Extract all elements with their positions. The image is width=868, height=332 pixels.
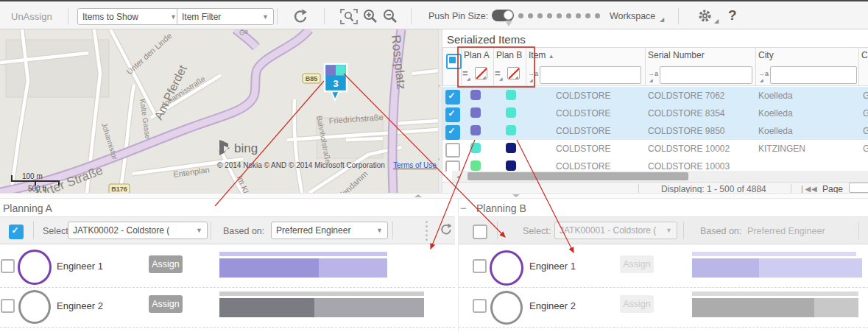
filter-text-icon[interactable]: →a: [758, 70, 769, 77]
terms-of-use-link[interactable]: Terms of Use: [393, 161, 437, 169]
collapse-icon[interactable]: −: [460, 202, 467, 214]
basedon-value: Preferred Engineer: [276, 225, 350, 236]
items-to-show-dropdown[interactable]: Items to Show▼: [77, 8, 182, 25]
row-checkbox[interactable]: [445, 160, 460, 172]
table-row[interactable]: COLDSTORE COLDSTORE 10003: [442, 158, 868, 172]
table-row[interactable]: COLDSTORE COLDSTORE 10002 KITZINGEN G: [442, 140, 868, 158]
chevron-up-icon[interactable]: [414, 194, 422, 197]
row-checkbox[interactable]: [445, 107, 460, 122]
serial-filter-input[interactable]: [660, 66, 752, 84]
first-page-icon[interactable]: ❘◀: [799, 185, 811, 193]
panel-splitter[interactable]: [0, 193, 868, 199]
chevron-left-icon[interactable]: ‹: [438, 156, 440, 163]
map-panel[interactable]: Ge Unter den Linde Am Pferdet Johannisst…: [0, 29, 438, 193]
assign-button[interactable]: Assign: [149, 295, 183, 313]
gantt-bar-segment[interactable]: [692, 258, 759, 278]
scroll-left-arrow[interactable]: ◂: [456, 173, 460, 180]
refresh-icon[interactable]: [439, 222, 454, 237]
chevron-right-icon[interactable]: ›: [438, 82, 440, 89]
slider-dot[interactable]: [585, 13, 590, 18]
gantt-bar-segment[interactable]: [814, 298, 858, 317]
scrollbar-thumb[interactable]: [467, 172, 688, 180]
engineer-avatar[interactable]: [490, 250, 523, 286]
page-number-input[interactable]: [849, 183, 868, 193]
gantt-bar-segment[interactable]: [314, 298, 424, 317]
gantt-bar-segment[interactable]: [319, 258, 387, 278]
drag-handle[interactable]: [426, 225, 428, 227]
bing-map: Ge Unter den Linde Am Pferdet Johannisst…: [0, 29, 438, 193]
column-header-item[interactable]: Item ▲: [529, 50, 554, 60]
zoom-out-icon[interactable]: [382, 8, 399, 25]
slider-dot[interactable]: [528, 13, 533, 18]
chevron-down-icon: ▼: [196, 227, 202, 234]
prev-page-icon[interactable]: ◀: [811, 185, 817, 193]
column-header-serial[interactable]: Serial Number: [648, 50, 705, 60]
table-h-scrollbar[interactable]: ◂: [452, 171, 868, 182]
engineer-avatar[interactable]: [18, 250, 52, 285]
planning-a-select-dropdown[interactable]: JATK00002 - Coldstore (▼: [68, 222, 208, 239]
column-header-plan-a[interactable]: Plan A: [464, 50, 490, 60]
cell-city: Koelleda: [758, 91, 793, 101]
assign-button[interactable]: Assign: [149, 255, 183, 273]
gantt-bar-segment[interactable]: [219, 298, 314, 317]
slider-dot[interactable]: [537, 13, 543, 18]
planning-b-panel: − Planning B Select: JATK00001 - Coldsto…: [458, 199, 868, 332]
table-row[interactable]: COLDSTORE COLDSTORE 8354 Koelleda G: [442, 105, 868, 123]
slider-dot[interactable]: [547, 13, 552, 18]
drag-handle[interactable]: [426, 221, 428, 223]
app-window: UnAssign Items to Show▼ Item Filter▼: [0, 0, 868, 332]
road-shield-b85: B85: [303, 74, 320, 83]
city-filter-input[interactable]: [770, 66, 857, 84]
svg-text:bing: bing: [234, 141, 258, 155]
gantt-bar-segment[interactable]: [219, 258, 319, 278]
gear-icon[interactable]: [697, 8, 713, 24]
workspace-menu[interactable]: Workspace: [610, 11, 655, 21]
planning-b-checkbox[interactable]: [473, 225, 487, 239]
slider-knob[interactable]: [504, 10, 513, 20]
slider-dot[interactable]: [595, 13, 600, 18]
cell-item: COLDSTORE: [556, 161, 610, 172]
items-to-show-value: Items to Show: [82, 12, 138, 22]
zoom-in-icon[interactable]: [362, 8, 379, 25]
help-button[interactable]: ?: [728, 7, 737, 24]
slider-dot[interactable]: [557, 13, 562, 18]
select-all-checkbox[interactable]: [446, 54, 462, 69]
refresh-icon[interactable]: [292, 8, 309, 26]
column-header-partial[interactable]: C: [861, 50, 868, 60]
row-checkbox[interactable]: [445, 90, 460, 105]
filter-text-icon[interactable]: →a: [528, 70, 538, 77]
planning-b-select-dropdown[interactable]: JATK00001 - Coldstore (▼: [554, 222, 677, 239]
plan-b-swatch: [506, 107, 516, 118]
engineer-row-checkbox[interactable]: [1, 259, 15, 273]
slider-dot[interactable]: [566, 13, 571, 18]
gantt-bar-segment[interactable]: [759, 258, 862, 278]
engineer-avatar[interactable]: [490, 291, 523, 325]
unassign-button[interactable]: UnAssign: [11, 11, 52, 22]
item-filter-dropdown[interactable]: Item Filter▼: [177, 8, 274, 25]
slider-dot[interactable]: [576, 13, 581, 18]
row-checkbox[interactable]: [445, 143, 460, 158]
engineer-avatar[interactable]: [18, 290, 51, 324]
filter-text-icon[interactable]: →a: [648, 70, 658, 77]
drag-handle[interactable]: [426, 234, 428, 236]
planning-a-checkbox[interactable]: [9, 225, 24, 239]
gantt-bar-segment[interactable]: [692, 298, 814, 317]
item-filter-input[interactable]: [540, 66, 641, 84]
engineer-row-checkbox[interactable]: [1, 299, 15, 313]
drag-handle[interactable]: [426, 239, 428, 241]
table-row[interactable]: COLDSTORE COLDSTORE 9850 Koelleda G: [442, 122, 868, 141]
chevron-down-icon[interactable]: [512, 194, 520, 197]
drag-handle[interactable]: [426, 230, 428, 232]
planning-a-basedon-dropdown[interactable]: Preferred Engineer▼: [271, 222, 388, 239]
engineer-row-checkbox[interactable]: [473, 299, 487, 313]
column-header-city[interactable]: City: [758, 50, 774, 60]
table-row[interactable]: COLDSTORE COLDSTORE 7062 Koelleda G: [442, 87, 868, 105]
chevron-down-icon: ▼: [170, 13, 177, 21]
engineer-row-checkbox[interactable]: [473, 259, 487, 273]
column-header-plan-b[interactable]: Plan B: [496, 50, 522, 60]
corner-arrow-icon: ◢: [649, 77, 653, 82]
zoom-region-icon[interactable]: [339, 8, 359, 25]
planning-b-title: Planning B: [476, 202, 526, 214]
row-checkbox[interactable]: [445, 125, 460, 140]
slider-dot[interactable]: [518, 13, 523, 18]
